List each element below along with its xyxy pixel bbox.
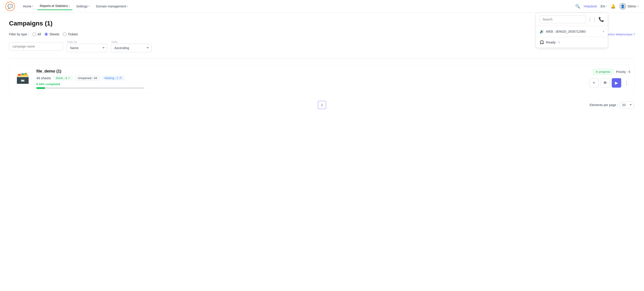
- language-selector[interactable]: EN ▾: [600, 4, 607, 8]
- nav-settings-label: Settings: [76, 4, 88, 8]
- search-icon[interactable]: 🔍: [575, 4, 580, 9]
- done-badge: Done : 4 ✓: [54, 76, 72, 80]
- order-by-label: Order by: [67, 40, 107, 43]
- action-buttons: + 👁 ▶ ⋮: [589, 78, 630, 88]
- nav-domain[interactable]: Domain management ▾: [93, 3, 131, 10]
- campaign-stats: 49 sheets Done : 4 ✓ Unopened : 44 Waiti…: [36, 75, 585, 81]
- progress-text: 8.16% completed: [36, 82, 585, 86]
- user-name-label: Démo: [628, 4, 636, 8]
- headset-icon: 🎧: [540, 40, 544, 44]
- status-badge: In progress: [593, 69, 613, 74]
- pagination-row: 1 Elements per page : 20 10 50 100: [9, 101, 635, 109]
- order-wrapper: Order Ascending: [111, 40, 152, 52]
- grid-icon[interactable]: ⋮⋮: [588, 17, 597, 22]
- sheets-count: 49 sheets: [36, 76, 51, 80]
- plus-icon: +: [593, 81, 595, 85]
- progress-bar-container: [36, 87, 144, 89]
- order-select[interactable]: Ascending: [111, 44, 152, 52]
- per-page-select[interactable]: 20 10 50 100: [620, 102, 634, 108]
- avatar-icon: 👤: [621, 4, 624, 8]
- database-icon: 🗃️: [16, 72, 30, 84]
- filter-tickets-radio[interactable]: [63, 32, 66, 36]
- page-1-button[interactable]: 1: [318, 101, 326, 109]
- chevron-down-icon: ▾: [32, 5, 33, 7]
- volume-icon: 🔊: [540, 29, 544, 33]
- dropdown-search-row: ⋮⋮ 📞: [536, 13, 608, 26]
- send-button[interactable]: ▶: [612, 78, 621, 88]
- clock-icon: ⏱: [119, 76, 122, 80]
- user-menu[interactable]: 👤 Démo ▾: [619, 3, 638, 10]
- nav-items: Home ▾ Reports et Statistics ▾ Settings …: [20, 2, 575, 10]
- dropdown-panel: ⋮⋮ 📞 🔊 WEB : d09420_2835712560 ▾ 🎧 Ready…: [536, 12, 608, 48]
- filter-label: Filter by type :: [9, 32, 29, 36]
- helpdesk-link[interactable]: Helpdesk: [584, 4, 597, 8]
- more-icon: ⋮: [624, 80, 629, 86]
- nav-domain-label: Domain management: [96, 4, 126, 8]
- more-options-button[interactable]: ⋮: [623, 78, 630, 88]
- nav-settings[interactable]: Settings ▾: [74, 3, 92, 10]
- unopened-badge: Unopened : 44: [75, 75, 100, 81]
- avatar: 👤: [619, 3, 626, 10]
- campaign-icon: 🗃️: [14, 69, 32, 87]
- elements-per-page-label: Elements per page :: [590, 103, 618, 107]
- chevron-down-icon: ▾: [69, 5, 70, 7]
- filter-all-option[interactable]: All: [32, 32, 41, 36]
- filter-sheets-label: Sheets: [50, 32, 59, 36]
- progress-bar: [36, 87, 45, 89]
- section-divider: [9, 58, 635, 59]
- nav-reports[interactable]: Reports et Statistics ▾: [37, 2, 72, 10]
- view-button[interactable]: 👁: [600, 78, 610, 88]
- filter-radio-group: All Sheets Tickets: [32, 32, 78, 36]
- filter-sheets-radio[interactable]: [44, 32, 48, 36]
- page-1-label: 1: [321, 103, 323, 107]
- chevron-down-icon: ▾: [638, 5, 638, 7]
- waiting-label: Waiting : 1: [105, 76, 118, 80]
- filter-all-radio[interactable]: [32, 32, 36, 36]
- chevron-down-icon: ▾: [603, 30, 604, 33]
- app-logo[interactable]: 💬: [6, 1, 15, 11]
- ready-label[interactable]: Ready: [546, 40, 556, 44]
- nav-home[interactable]: Home ▾: [20, 3, 36, 10]
- elements-per-page: Elements per page : 20 10 50 100: [326, 102, 634, 108]
- navbar: 💬 Home ▾ Reports et Statistics ▾ Setting…: [0, 0, 644, 12]
- phone-icon[interactable]: 📞: [598, 17, 604, 22]
- order-by-wrapper: Order by Name: [67, 40, 107, 52]
- campaign-info: file_demo (1) 49 sheets Done : 4 ✓ Unope…: [36, 69, 585, 89]
- filter-sheets-option[interactable]: Sheets: [44, 32, 59, 36]
- priority-text: Priority : 5: [616, 70, 630, 74]
- send-icon: ▶: [615, 80, 618, 85]
- nav-right: 🔍 Helpdesk EN ▾ 🔔 👤 Démo ▾: [575, 3, 638, 10]
- eye-icon: 👁: [603, 81, 607, 85]
- chevron-down-icon: ▾: [127, 5, 128, 7]
- campaign-card: 🗃️ file_demo (1) 49 sheets Done : 4 ✓ Un…: [9, 64, 635, 94]
- notification-bell-icon[interactable]: 🔔: [611, 4, 616, 9]
- chevron-down-icon: ▾: [606, 5, 607, 7]
- checkmark-icon: ✓: [68, 76, 70, 80]
- waiting-badge: Waiting : 1 ⏱: [102, 76, 124, 80]
- filter-tickets-option[interactable]: Tickets: [63, 32, 78, 36]
- campaign-name[interactable]: file_demo (1): [36, 69, 585, 74]
- filter-tickets-label: Tickets: [68, 32, 78, 36]
- campaign-name-input[interactable]: [9, 42, 63, 51]
- chevron-down-icon: ▾: [88, 5, 90, 7]
- order-by-select[interactable]: Name: [67, 44, 107, 52]
- pagination-pages: 1: [318, 101, 326, 109]
- logo-icon: 💬: [8, 3, 13, 9]
- done-label: Done : 4: [56, 76, 67, 80]
- dropdown-web-row: 🔊 WEB : d09420_2835712560 ▾: [536, 26, 608, 37]
- nav-reports-label: Reports et Statistics: [40, 4, 68, 8]
- language-label: EN: [600, 4, 605, 8]
- order-label: Order: [111, 40, 152, 43]
- chevron-down-icon: ▾: [558, 41, 560, 44]
- nav-home-label: Home: [23, 4, 31, 8]
- dropdown-ready-row: 🎧 Ready ▾: [536, 37, 608, 47]
- unopened-label: Unopened : 44: [78, 76, 97, 80]
- campaign-status-row: In progress Priority : 5: [593, 69, 630, 74]
- dropdown-search-input[interactable]: [540, 15, 586, 23]
- campaign-actions: In progress Priority : 5 + 👁 ▶ ⋮: [589, 69, 630, 88]
- filter-left: Filter by type : All Sheets Tickets: [9, 32, 78, 36]
- web-line-text[interactable]: WEB : d09420_2835712560: [546, 30, 586, 33]
- filter-all-label: All: [38, 32, 41, 36]
- add-button[interactable]: +: [589, 78, 599, 88]
